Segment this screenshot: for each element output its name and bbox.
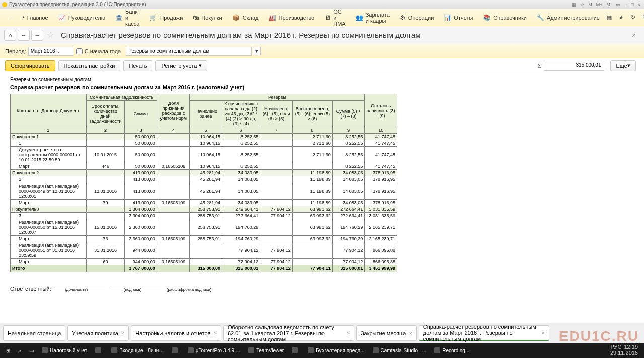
taskbar-item[interactable]: Camtasia Studio - ... bbox=[369, 343, 431, 358]
table-row[interactable]: Реализация (акт, накладная) 0000-000051 … bbox=[11, 242, 397, 259]
favorite-icon[interactable]: ☆ bbox=[47, 30, 54, 40]
menu-Справочники[interactable]: 📚Справочники bbox=[478, 9, 532, 26]
taskview-icon[interactable]: ▭ bbox=[25, 343, 38, 358]
table-row[interactable]: Покупатель33 304 000,00258 753,91272 664… bbox=[11, 206, 397, 213]
th-restored: Восстановлено, (5) - (6), если (5) > (6) bbox=[292, 101, 332, 127]
table-row[interactable]: Реализация (акт, накладная) 0000-000050 … bbox=[11, 219, 397, 236]
taskbar-item[interactable]: Бухгалтерия предп... bbox=[304, 343, 368, 358]
app-icon bbox=[2, 2, 7, 7]
bottom-tab[interactable]: Настройки налогов и отчетов× bbox=[131, 325, 221, 341]
search-icon[interactable]: 🔍 bbox=[640, 12, 644, 23]
forward-button[interactable]: → bbox=[31, 30, 43, 41]
table-row[interactable]: Итого3 767 000,00315 000,00315 000,0177 … bbox=[11, 265, 397, 272]
menu-Администрирование[interactable]: 🔧Администрирование bbox=[532, 9, 605, 26]
wc-icon[interactable]: M- bbox=[605, 2, 614, 7]
bottom-tab[interactable]: Начальная страница bbox=[3, 325, 65, 341]
report-subtitle: Резервы по сомнительным долгам bbox=[10, 77, 91, 83]
th-remain: Осталось начислить (3) - (9) bbox=[365, 94, 397, 127]
system-tray[interactable]: РУС 12:1929.11.2016 bbox=[606, 344, 642, 356]
show-settings-button[interactable]: Показать настройки bbox=[58, 60, 121, 71]
taskbar-item[interactable]: TeamViewer bbox=[244, 343, 288, 358]
menu-Продажи[interactable]: 🛒Продажи bbox=[144, 9, 188, 26]
form-button[interactable]: Сформировать bbox=[5, 60, 55, 71]
th-share: Доля признания расходов с учетом норм bbox=[157, 94, 190, 127]
bottom-tab[interactable]: Учетная политика× bbox=[67, 325, 129, 341]
sum-display: 315 000,01 bbox=[544, 61, 604, 71]
window-title: Бухгалтерия предприятия, редакция 3.0 (1… bbox=[9, 2, 146, 7]
table-row[interactable]: Покупатель150 000,0010 964,158 252,552 7… bbox=[11, 134, 397, 140]
history-icon[interactable]: ↻ bbox=[629, 12, 637, 23]
wc-icon[interactable]: ☆ bbox=[579, 2, 586, 7]
taskbar-item[interactable]: Входящие - Личн... bbox=[107, 343, 168, 358]
close-icon[interactable]: × bbox=[636, 2, 642, 7]
menu-Отчеты[interactable]: 📊Отчеты bbox=[439, 9, 478, 26]
bottom-tab[interactable]: Закрытие месяца× bbox=[356, 325, 417, 341]
search-taskbar-icon[interactable]: ⌕ bbox=[14, 343, 25, 358]
menu-Операции[interactable]: ⚙Операции bbox=[395, 9, 439, 26]
wc-icon[interactable]: ▦ bbox=[570, 2, 578, 7]
th-counterparty: Контрагент Договор Документ bbox=[11, 94, 87, 127]
tab-close-icon[interactable]: × bbox=[538, 330, 544, 336]
bottom-tab[interactable]: Оборотно-сальдовая ведомость по счету 62… bbox=[223, 325, 354, 341]
menu-Зарплата и кадры[interactable]: 👥Зарплата и кадры bbox=[351, 9, 395, 26]
period-input[interactable] bbox=[28, 47, 73, 56]
tab-close-icon[interactable]: × bbox=[118, 330, 124, 336]
minimize-icon[interactable]: − bbox=[623, 2, 628, 7]
menu-Главное[interactable]: •Главное bbox=[17, 9, 53, 26]
menu-Производство[interactable]: 🏭Производство bbox=[264, 9, 320, 26]
th-group-debt: Сомнительная задолженность bbox=[86, 94, 157, 101]
taskbar-item[interactable] bbox=[168, 343, 184, 358]
table-row[interactable]: 2413 000,0045 281,9434 083,0511 198,8934… bbox=[11, 176, 397, 183]
table-row[interactable]: 33 304 000,00258 753,91272 664,4177 904,… bbox=[11, 213, 397, 219]
table-row[interactable]: Март44650 000,000,1650510910 964,158 252… bbox=[11, 163, 397, 170]
menu-ОС и НМА[interactable]: 🖥ОС и НМА bbox=[319, 9, 350, 26]
since-start-checkbox[interactable] bbox=[76, 48, 83, 54]
menu-Банк и касса[interactable]: 🏦Банк и касса bbox=[110, 9, 144, 26]
home-button[interactable]: ⌂ bbox=[4, 30, 16, 41]
responsible-label: Ответственный: bbox=[10, 286, 51, 292]
taskbar-item[interactable]: Налоговый учет bbox=[38, 343, 91, 358]
star-icon[interactable]: ★ bbox=[617, 12, 626, 23]
menu-Склад[interactable]: 📦Склад bbox=[227, 9, 264, 26]
bottom-tabs: Начальная страницаУчетная политика×Настр… bbox=[0, 323, 644, 343]
since-start-label: С начала года bbox=[85, 48, 121, 54]
table-row[interactable]: Реализация (акт, накладная) 0000-000049 … bbox=[11, 183, 397, 200]
maximize-icon[interactable]: □ bbox=[629, 2, 635, 7]
th-days: Срок оплаты, количество дней задолженнос… bbox=[86, 101, 124, 127]
grid-icon[interactable]: ▦ bbox=[605, 12, 614, 23]
table-row[interactable]: Март79413 000,000,1650510945 281,9434 08… bbox=[11, 200, 397, 206]
bottom-tab[interactable]: Справка-расчет резервов по сомнительным … bbox=[419, 325, 549, 341]
wc-icon[interactable]: M bbox=[587, 2, 594, 7]
table-row[interactable]: Покупатель2413 000,0045 281,9434 083,051… bbox=[11, 170, 397, 176]
register-button[interactable]: Регистр учета ▾ bbox=[155, 60, 207, 71]
start-button[interactable]: ⊞ bbox=[2, 343, 14, 358]
burger-icon[interactable]: ≡ bbox=[4, 9, 17, 26]
close-page-button[interactable]: × bbox=[628, 31, 640, 39]
tab-close-icon[interactable]: × bbox=[343, 330, 349, 336]
tab-close-icon[interactable]: × bbox=[210, 330, 216, 336]
report-area: Резервы по сомнительным долгам Справка-р… bbox=[0, 73, 644, 323]
table-row[interactable]: Документ расчетов с контрагентом 0000-00… bbox=[11, 147, 397, 163]
menu-Покупки[interactable]: 🛍Покупки bbox=[188, 9, 227, 26]
table-row[interactable]: 150 000,0010 964,158 252,552 711,608 252… bbox=[11, 140, 397, 147]
taskbar-item[interactable] bbox=[91, 343, 107, 358]
reserve-type-dropdown[interactable] bbox=[126, 47, 252, 56]
more-button[interactable]: Ещё ▾ bbox=[610, 60, 636, 71]
table-row[interactable]: 12345678910 bbox=[11, 127, 397, 134]
wc-icon[interactable]: ▭ bbox=[614, 2, 622, 7]
main-menu: ≡ •Главное📈Руководителю🏦Банк и касса🛒Про… bbox=[0, 9, 644, 26]
back-button[interactable]: ← bbox=[18, 30, 30, 41]
table-row[interactable]: Март60944 000,000,1650510977 904,1277 90… bbox=[11, 259, 397, 265]
page-title: Справка-расчет резервов по сомнительным … bbox=[61, 31, 421, 39]
dropdown-expand-icon[interactable]: ▾ bbox=[253, 47, 261, 55]
sigma-icon: Σ bbox=[538, 63, 541, 69]
tab-close-icon[interactable]: × bbox=[406, 330, 412, 336]
taskbar-item[interactable]: Recording... bbox=[430, 343, 473, 358]
taskbar-item[interactable] bbox=[288, 343, 304, 358]
th-accrued-before: Начислено ранее bbox=[190, 101, 222, 127]
table-row[interactable]: Март762 360 000,000,16505109258 753,9119… bbox=[11, 236, 397, 242]
menu-Руководителю[interactable]: 📈Руководителю bbox=[53, 9, 110, 26]
taskbar-item[interactable]: µTorrentPro 3.4.9 ... bbox=[184, 343, 245, 358]
wc-icon[interactable]: M+ bbox=[595, 2, 604, 7]
print-button[interactable]: Печать bbox=[123, 60, 152, 71]
